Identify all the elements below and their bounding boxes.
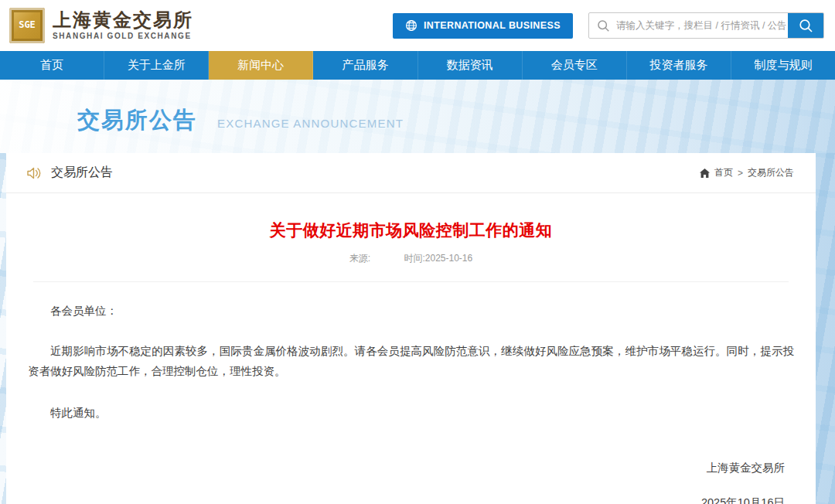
article-paragraph: 各会员单位： <box>28 301 794 321</box>
top-header: SGE 上海黄金交易所 SHANGHAI GOLD EXCHANGE INTER… <box>0 0 835 51</box>
sge-logo[interactable]: SGE 上海黄金交易所 SHANGHAI GOLD EXCHANGE <box>9 8 193 43</box>
banner-title: 交易所公告 <box>77 105 197 136</box>
nav-item-products[interactable]: 产品服务 <box>313 51 418 80</box>
article-signature: 上海黄金交易所 <box>28 461 794 475</box>
home-icon <box>700 169 710 178</box>
international-business-button[interactable]: INTERNATIONAL BUSINESS <box>393 13 573 39</box>
breadcrumb-current: 交易所公告 <box>748 166 794 179</box>
search-submit-icon <box>799 19 813 33</box>
nav-item-news-center[interactable]: 新闻中心 <box>209 51 313 80</box>
logo-name-en: SHANGHAI GOLD EXCHANGE <box>53 32 193 40</box>
meta-divider <box>33 281 789 282</box>
search-input[interactable] <box>616 13 788 38</box>
section-title: 交易所公告 <box>51 165 113 181</box>
banner: 交易所公告 EXCHANGE ANNOUNCEMENT <box>0 80 835 153</box>
header-right: INTERNATIONAL BUSINESS <box>393 12 824 39</box>
content-card: 交易所公告 首页 > 交易所公告 关于做好近期市场风险控制工作的通知 来源: 时… <box>6 153 816 504</box>
announcement-article: 关于做好近期市场风险控制工作的通知 来源: 时间:2025-10-16 各会员单… <box>6 220 816 504</box>
breadcrumb-home[interactable]: 首页 <box>714 166 733 179</box>
nav-item-home[interactable]: 首页 <box>0 51 104 80</box>
speaker-icon <box>26 166 42 180</box>
logo-name-cn: 上海黄金交易所 <box>53 11 193 29</box>
nav-item-investor-services[interactable]: 投资者服务 <box>627 51 731 80</box>
breadcrumb-separator: > <box>738 168 743 179</box>
nav-item-data[interactable]: 数据资讯 <box>418 51 523 80</box>
banner-subtitle: EXCHANGE ANNOUNCEMENT <box>217 117 404 130</box>
main-navigation: 首页 关于上金所 新闻中心 产品服务 数据资讯 会员专区 投资者服务 制度与规则 <box>0 51 835 80</box>
article-title: 关于做好近期市场风险控制工作的通知 <box>28 220 794 241</box>
search-submit-button[interactable] <box>788 12 823 39</box>
article-time: 时间:2025-10-16 <box>404 253 472 264</box>
search-box <box>588 12 824 39</box>
breadcrumb: 首页 > 交易所公告 <box>700 166 794 179</box>
logo-text: 上海黄金交易所 SHANGHAI GOLD EXCHANGE <box>53 11 193 40</box>
page-background: 交易所公告 EXCHANGE ANNOUNCEMENT 交易所公告 <box>0 80 835 504</box>
nav-item-about[interactable]: 关于上金所 <box>104 51 209 80</box>
globe-icon <box>405 19 418 32</box>
section-header: 交易所公告 首页 > 交易所公告 <box>6 153 816 193</box>
search-icon <box>589 19 616 32</box>
article-meta: 来源: 时间:2025-10-16 <box>28 252 794 265</box>
nav-item-rules[interactable]: 制度与规则 <box>731 51 835 80</box>
article-source: 来源: <box>349 253 370 264</box>
article-paragraph: 近期影响市场不稳定的因素较多，国际贵金属价格波动剧烈。请各会员提高风险防范意识，… <box>28 342 794 381</box>
article-date: 2025年10月16日 <box>28 495 794 504</box>
nav-item-members[interactable]: 会员专区 <box>523 51 627 80</box>
article-paragraph: 特此通知。 <box>28 404 794 423</box>
sge-logo-icon: SGE <box>9 8 45 43</box>
